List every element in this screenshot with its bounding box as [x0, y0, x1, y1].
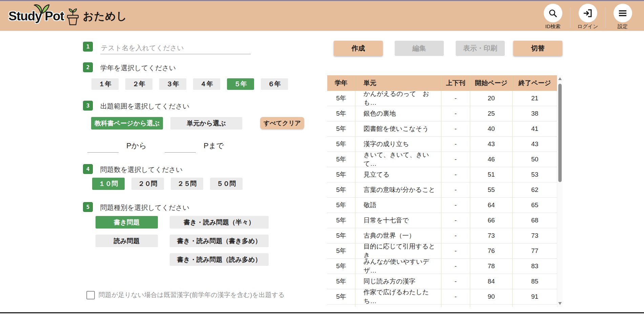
header-grade: 学年	[327, 75, 355, 91]
scroll-up-icon[interactable]	[558, 77, 562, 80]
table-row[interactable]: 5年 古典の世界（一） - 73 73	[327, 228, 563, 243]
switch-button[interactable]: 切替	[513, 41, 562, 56]
type-step-label: 問題種別を選択してください	[100, 203, 189, 212]
table-row[interactable]: 5年 作家で広げるわたしたち… - 90 91	[327, 289, 563, 304]
table-row[interactable]: 5年 敬語 - 64 65	[327, 198, 563, 213]
page-from-label: Pから	[126, 141, 147, 151]
cell-start-page: 40	[470, 121, 513, 136]
cell-grade: 5年	[327, 106, 355, 121]
grade-button-6[interactable]: ６年	[261, 78, 288, 90]
brand-logo[interactable]: Study Pot おためし	[8, 4, 127, 28]
cell-unit: きいて、きいて、きいて…	[355, 152, 441, 167]
page-to-label: Pまで	[204, 141, 224, 151]
cell-end-page: 83	[513, 259, 557, 274]
insufficient-kanji-checkbox[interactable]	[86, 291, 95, 299]
cell-start-page: 73	[470, 228, 513, 243]
logo-leaves-icon	[33, 3, 50, 15]
cell-end-page: 21	[513, 91, 557, 106]
menu-icon[interactable]	[614, 4, 632, 22]
cell-end-page: 73	[513, 228, 557, 243]
page-from-input[interactable]	[87, 142, 119, 153]
page-to-input[interactable]	[165, 142, 196, 153]
cell-grade: 5年	[327, 182, 355, 197]
pot-icon	[66, 8, 80, 26]
table-row[interactable]: 5年 同じ読み方の漢字 - 84 85	[327, 274, 563, 289]
type-write-heavy-button[interactable]: 書き・読み問題（書き多め）	[170, 235, 269, 247]
table-row[interactable]: 5年 銀色の裏地 - 25 38	[327, 106, 563, 121]
login-icon[interactable]	[579, 4, 597, 22]
type-read-button[interactable]: 読み問題	[96, 235, 158, 247]
grade-button-4[interactable]: ４年	[193, 78, 220, 90]
cell-end-page: 43	[513, 137, 557, 152]
table-row-partial[interactable]	[327, 304, 563, 307]
login-button[interactable]: ログイン	[570, 1, 605, 31]
select-by-page-button[interactable]: 教科書ページから選ぶ	[91, 117, 163, 130]
table-row[interactable]: 5年 図書館を使いこなそう - 40 41	[327, 121, 563, 137]
grade-button-2[interactable]: ２年	[125, 78, 152, 90]
cell-end-page: 65	[513, 198, 557, 213]
login-label: ログイン	[577, 23, 598, 30]
step4-badge: 4	[83, 164, 93, 174]
table-row[interactable]: 5年 目的に応じて引用するとき - 76 77	[327, 243, 563, 259]
scroll-down-icon[interactable]	[558, 302, 562, 305]
header-unit: 単元	[355, 75, 441, 91]
cell-end-page: 68	[513, 213, 557, 228]
grade-button-5[interactable]: ５年	[227, 78, 254, 90]
table-row[interactable]: 5年 みんなが使いやすいデザ… - 78 83	[327, 259, 563, 274]
study-pot-app: Study Pot おためし ID検索	[0, 0, 644, 315]
table-row[interactable]: 5年 かんがえるのって おも… - 20 21	[327, 91, 563, 106]
cell-start-page: 64	[470, 198, 513, 213]
app-header: Study Pot おためし ID検索	[0, 1, 644, 31]
step1-badge: 1	[83, 42, 93, 52]
cell-start-page: 76	[470, 243, 513, 258]
grade-button-3[interactable]: ３年	[159, 78, 186, 90]
cell-unit: 漢字の成り立ち	[355, 137, 441, 152]
search-icon[interactable]	[544, 4, 562, 22]
table-scrollbar[interactable]	[557, 75, 563, 307]
grade-button-1[interactable]: １年	[91, 78, 119, 90]
count-button-20[interactable]: ２０問	[131, 178, 164, 190]
header-end-page: 終了ページ	[513, 75, 557, 91]
clear-all-button[interactable]: すべてクリア	[260, 117, 304, 129]
table-row[interactable]: 5年 日常を十七音で - 66 68	[327, 213, 563, 228]
id-search-button[interactable]: ID検索	[536, 1, 570, 31]
cell-grade: 5年	[327, 274, 355, 289]
type-write-button[interactable]: 書き問題	[96, 216, 158, 229]
select-by-unit-button[interactable]: 単元から選ぶ	[170, 117, 242, 130]
settings-button[interactable]: 設定	[605, 1, 640, 31]
table-row[interactable]: 5年 言葉の意味が分かること - 55 62	[327, 182, 563, 198]
cell-unit: かんがえるのって おも…	[355, 91, 441, 106]
cell-grade: 5年	[327, 91, 355, 106]
count-button-10[interactable]: １０問	[92, 178, 125, 190]
cell-volume: -	[441, 213, 470, 228]
step5-badge: 5	[83, 202, 93, 212]
type-half-button[interactable]: 書き・読み問題（半々）	[170, 216, 269, 229]
cell-grade: 5年	[327, 121, 355, 136]
scrollbar-thumb[interactable]	[558, 84, 562, 182]
cell-start-page: 20	[470, 91, 513, 106]
count-button-50[interactable]: ５０問	[210, 178, 243, 190]
table-row[interactable]: 5年 きいて、きいて、きいて… - 46 50	[327, 152, 563, 167]
test-name-input[interactable]	[100, 44, 251, 54]
type-read-heavy-button[interactable]: 書き・読み問題（読み多め）	[170, 253, 269, 266]
create-button[interactable]: 作成	[334, 41, 383, 56]
cell-grade: 5年	[327, 213, 355, 228]
range-step-label: 出題範囲を選択してください	[100, 102, 189, 111]
cell-volume: -	[441, 243, 470, 258]
cell-volume: -	[441, 91, 470, 106]
table-row[interactable]: 5年 見立てる - 51 53	[327, 167, 563, 182]
step2-badge: 2	[83, 62, 93, 72]
cell-grade: 5年	[327, 259, 355, 274]
table-row[interactable]: 5年 漢字の成り立ち - 43 43	[327, 137, 563, 152]
cell-unit: 同じ読み方の漢字	[355, 274, 441, 289]
cell-grade: 5年	[327, 167, 355, 182]
window-bottom-edge	[0, 312, 644, 313]
cell-volume: -	[441, 152, 470, 167]
cell-unit: 古典の世界（一）	[355, 228, 441, 243]
cell-start-page: 51	[470, 167, 513, 182]
insufficient-kanji-label: 問題が足りない場合は既習漢字(前学年の漢字を含む)を出題する	[99, 291, 285, 299]
count-step-label: 問題数を選択してください	[100, 165, 183, 174]
cell-unit: 日常を十七音で	[355, 213, 441, 228]
count-button-25[interactable]: ２５問	[171, 178, 203, 190]
cell-unit: 目的に応じて引用するとき	[355, 243, 441, 258]
